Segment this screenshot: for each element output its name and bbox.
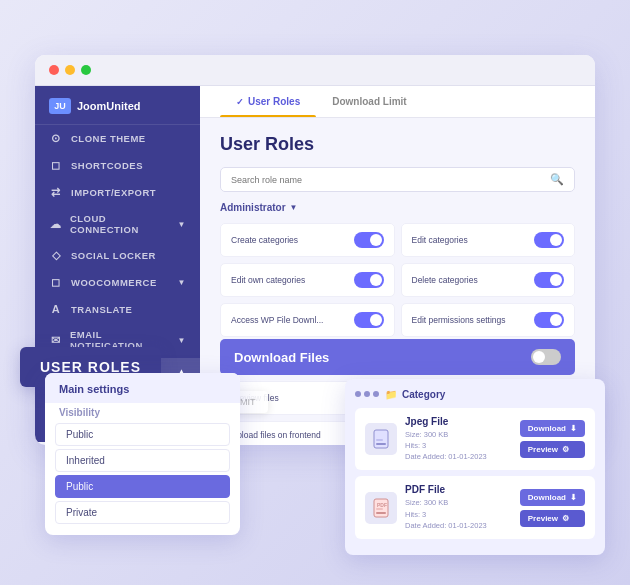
svg-rect-4 bbox=[376, 512, 386, 514]
pdf-file-hits: Hits: 3 bbox=[405, 509, 512, 520]
sidebar-label: WooCommerce bbox=[71, 277, 157, 288]
perm-row-edit-permissions: Edit permissions settings bbox=[401, 303, 576, 337]
pdf-file-info: PDF File Size: 300 KB Hits: 3 Date Added… bbox=[405, 484, 512, 531]
sidebar-item-import-export[interactable]: ⇄ Import/Export bbox=[35, 179, 200, 206]
pdf-download-button[interactable]: Download ⬇ bbox=[520, 489, 585, 506]
perm-label: Create categories bbox=[231, 235, 298, 245]
cat-dot3 bbox=[373, 391, 379, 397]
jpeg-file-name: Jpeg File bbox=[405, 416, 512, 427]
tab-user-roles[interactable]: ✓ User Roles bbox=[220, 86, 316, 117]
file-card-pdf: PDF PDF File Size: 300 KB Hits: 3 Date A… bbox=[355, 476, 595, 539]
toggle-edit-permissions[interactable] bbox=[534, 312, 564, 328]
import-export-icon: ⇄ bbox=[49, 186, 63, 199]
visibility-option-inherited[interactable]: Inherited bbox=[55, 449, 230, 472]
search-icon: 🔍 bbox=[550, 173, 564, 186]
sidebar-item-woocommerce[interactable]: ◻ WooCommerce ▼ bbox=[35, 269, 200, 296]
toggle-delete-categories[interactable] bbox=[534, 272, 564, 288]
visibility-option-private[interactable]: Private bbox=[55, 501, 230, 524]
clone-theme-icon: ⊙ bbox=[49, 132, 63, 145]
window-titlebar bbox=[35, 55, 595, 86]
folder-icon: 📁 bbox=[385, 389, 397, 400]
category-popup: 📁 Category Jpeg File Size: 300 KB Hits: … bbox=[345, 379, 605, 556]
sidebar-label: Cloud Connection bbox=[70, 213, 170, 235]
jpeg-preview-button[interactable]: Preview ⚙ bbox=[520, 441, 585, 458]
sidebar-item-social-locker[interactable]: ◇ Social Locker bbox=[35, 242, 200, 269]
sidebar-item-translate[interactable]: A Translate bbox=[35, 296, 200, 322]
tab-download-limit[interactable]: Download Limit bbox=[316, 86, 422, 117]
upload-label: Upload files on frontend bbox=[231, 430, 321, 440]
cat-dots bbox=[355, 391, 379, 397]
permissions-grid: Create categories Edit categories Edit o… bbox=[220, 223, 575, 337]
pdf-file-date: Date Added: 01-01-2023 bbox=[405, 520, 512, 531]
svg-rect-2 bbox=[376, 439, 383, 441]
toggle-access-wp[interactable] bbox=[354, 312, 384, 328]
cat-dot1 bbox=[355, 391, 361, 397]
sidebar-label: Social Locker bbox=[71, 250, 156, 261]
perm-label: Delete categories bbox=[412, 275, 478, 285]
toggle-download-files[interactable] bbox=[531, 349, 561, 365]
svg-rect-1 bbox=[376, 443, 386, 445]
shortcodes-icon: ◻ bbox=[49, 159, 63, 172]
tabs-bar: ✓ User Roles Download Limit bbox=[200, 86, 595, 118]
woocommerce-icon: ◻ bbox=[49, 276, 63, 289]
toggle-edit-categories[interactable] bbox=[534, 232, 564, 248]
visibility-option-public2[interactable]: Public bbox=[55, 475, 230, 498]
download-files-row: Download Files bbox=[220, 339, 575, 375]
visibility-option-public1[interactable]: Public bbox=[55, 423, 230, 446]
sidebar-label: Import/Export bbox=[71, 187, 156, 198]
cloud-arrow-icon: ▼ bbox=[178, 220, 186, 229]
tab-label: User Roles bbox=[248, 96, 300, 107]
cloud-icon: ☁ bbox=[49, 218, 62, 231]
settings-icon: ⚙ bbox=[562, 514, 569, 523]
jpeg-file-date: Date Added: 01-01-2023 bbox=[405, 451, 512, 462]
visibility-label: Visibility bbox=[45, 403, 240, 420]
svg-rect-5 bbox=[376, 508, 383, 510]
toggle-edit-own[interactable] bbox=[354, 272, 384, 288]
admin-label: Administrator bbox=[220, 202, 286, 213]
main-settings-header: Main settings bbox=[45, 373, 240, 403]
category-title: 📁 Category bbox=[385, 389, 445, 400]
email-arrow-icon: ▼ bbox=[178, 336, 186, 345]
jpeg-file-hits: Hits: 3 bbox=[405, 440, 512, 451]
cat-dot2 bbox=[364, 391, 370, 397]
perm-row-edit-categories: Edit categories bbox=[401, 223, 576, 257]
main-settings-popup: Main settings Visibility Public Inherite… bbox=[45, 373, 240, 535]
sidebar-item-cloud[interactable]: ☁ Cloud Connection ▼ bbox=[35, 206, 200, 242]
perm-label: Edit permissions settings bbox=[412, 315, 506, 325]
perm-row-edit-own: Edit own categories bbox=[220, 263, 395, 297]
logo-icon: JU bbox=[49, 98, 71, 114]
jpeg-file-size: Size: 300 KB bbox=[405, 429, 512, 440]
pdf-file-icon: PDF bbox=[365, 492, 397, 524]
perm-row-create-categories: Create categories bbox=[220, 223, 395, 257]
email-icon: ✉ bbox=[49, 334, 62, 347]
dot-yellow[interactable] bbox=[65, 65, 75, 75]
admin-dropdown-icon: ▼ bbox=[290, 203, 298, 212]
admin-row[interactable]: Administrator ▼ bbox=[220, 202, 575, 213]
perm-row-access-wp: Access WP File Downl... bbox=[220, 303, 395, 337]
sidebar-logo: JU JoomUnited bbox=[35, 86, 200, 125]
dot-red[interactable] bbox=[49, 65, 59, 75]
perm-label: Access WP File Downl... bbox=[231, 315, 323, 325]
perm-row-delete-categories: Delete categories bbox=[401, 263, 576, 297]
woo-arrow-icon: ▼ bbox=[178, 278, 186, 287]
sidebar-item-clone-theme[interactable]: ⊙ Clone Theme bbox=[35, 125, 200, 152]
jpeg-download-button[interactable]: Download ⬇ bbox=[520, 420, 585, 437]
jpeg-file-actions: Download ⬇ Preview ⚙ bbox=[520, 420, 585, 458]
jpeg-file-icon bbox=[365, 423, 397, 455]
dot-green[interactable] bbox=[81, 65, 91, 75]
tab-label: Download Limit bbox=[332, 96, 406, 107]
settings-icon: ⚙ bbox=[562, 445, 569, 454]
file-card-jpeg: Jpeg File Size: 300 KB Hits: 3 Date Adde… bbox=[355, 408, 595, 471]
pdf-preview-button[interactable]: Preview ⚙ bbox=[520, 510, 585, 527]
logo-text: JoomUnited bbox=[77, 100, 141, 112]
sidebar-item-shortcodes[interactable]: ◻ Shortcodes bbox=[35, 152, 200, 179]
pdf-file-size: Size: 300 KB bbox=[405, 497, 512, 508]
perm-label: Edit categories bbox=[412, 235, 468, 245]
translate-icon: A bbox=[49, 303, 63, 315]
download-icon: ⬇ bbox=[570, 493, 577, 502]
search-input[interactable] bbox=[231, 175, 544, 185]
toggle-create-categories[interactable] bbox=[354, 232, 384, 248]
download-files-label: Download Files bbox=[234, 350, 329, 365]
social-locker-icon: ◇ bbox=[49, 249, 63, 262]
pdf-file-actions: Download ⬇ Preview ⚙ bbox=[520, 489, 585, 527]
